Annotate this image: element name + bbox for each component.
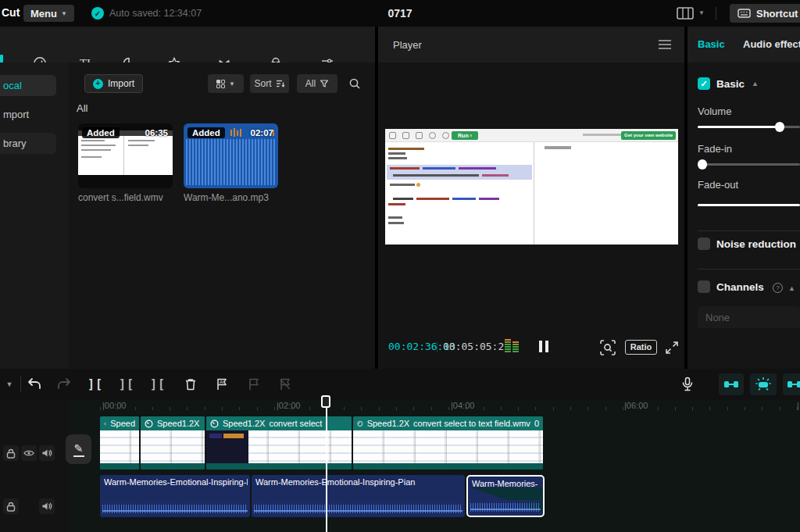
video-clip[interactable]: Speed1.2X [141,416,205,470]
fade-in-slider[interactable] [698,163,800,166]
toolbar-chevron-icon[interactable]: ▼ [0,375,19,394]
total-duration: 00:05:05:29 [443,341,510,352]
tab-audio-effect[interactable]: Audio effect [743,38,800,50]
speed-icon [145,420,153,428]
shortcut-button[interactable]: Shortcut [730,4,800,23]
audio-clip[interactable]: Warm-Memories-Emotional-Inspiring-Pian [100,475,250,517]
sidebar-item-import[interactable]: mport [0,104,56,125]
speed-icon [104,420,106,428]
volume-slider[interactable] [698,126,800,128]
noise-reduction-checkbox[interactable] [698,237,710,250]
volume-label: Volume [698,105,731,117]
ruler-label: |04:00 [451,401,474,410]
pencil-icon: ✎ [74,442,84,455]
sidebar-item-local[interactable]: ocal [0,75,56,96]
playhead-line[interactable] [326,396,327,532]
audio-waveform [186,139,276,185]
duration-label: 02:07 [251,128,273,137]
collapse-arrow-icon[interactable]: ▲ [788,284,795,292]
audio-level-meter [505,339,519,353]
ruler-label: |02:00 [277,401,300,410]
topbar-divider [716,7,716,20]
video-preview[interactable]: Run › Get your own website [385,129,678,245]
layout-chevron-icon[interactable]: ▼ [698,9,705,16]
channels-select[interactable]: None [698,306,800,328]
added-badge: Added [188,127,225,138]
ratio-button[interactable]: Ratio [625,340,657,355]
video-track-lock-icon[interactable] [3,445,19,461]
preview-run-button: Run › [452,131,478,140]
preview-cta-button: Get your own website [621,131,676,140]
asset-tab-strip: ia Audio TI Text Stickers Effects ⋈ Tran… [0,27,375,62]
pause-button[interactable] [539,341,548,352]
preview-zoom-icon[interactable] [598,338,617,357]
layout-panels-icon[interactable] [677,7,694,20]
split-right-button[interactable]: ][ [148,375,167,394]
basic-checkbox[interactable]: ✓ [698,77,710,90]
sidebar-item-library[interactable]: brary [0,133,56,154]
timeline-ruler[interactable] [100,407,800,410]
media-section-label: All [77,102,88,114]
keyboard-icon [738,9,751,18]
ruler-label: |00:00 [102,401,126,410]
speed-icon [357,420,363,428]
media-item-audio[interactable]: Added 02:07 [184,123,278,188]
svg-text:AI: AI [220,380,224,384]
playhead-handle[interactable] [321,395,330,408]
undo-button[interactable] [25,375,44,394]
info-icon[interactable]: ? [773,283,783,293]
video-track-visibility-icon[interactable] [21,445,37,461]
media-item-name: Warm-Me...ano.mp3 [184,192,278,203]
funnel-icon [320,79,329,88]
edit-cover-button[interactable]: ✎ [66,434,91,464]
view-mode-button[interactable]: ▼ [208,74,244,93]
media-item-name: convert s...field.wmv [78,192,173,203]
video-clip[interactable]: Speed1.2Xconvert select [206,416,352,470]
flag-button[interactable] [245,375,263,394]
timecode-divider [437,342,438,352]
link-clips-button[interactable] [719,373,744,395]
import-button[interactable]: + Import [84,74,143,93]
added-badge: Added [82,127,120,138]
search-button[interactable] [344,74,366,93]
fullscreen-icon[interactable] [662,338,681,357]
filter-button[interactable]: All [297,74,338,93]
attach-button[interactable] [783,373,800,395]
plus-icon: + [93,79,103,89]
search-icon [348,77,361,90]
channels-label: Channels [716,281,764,293]
media-item-video[interactable]: Added 06:35 [78,123,173,188]
collapse-arrow-icon[interactable]: ▲ [752,80,759,87]
video-clip[interactable]: Speed [100,416,139,470]
video-clip[interactable]: Speed1.2Xconvert select to text field.wm… [353,416,543,470]
flag-ai-button[interactable]: AI [212,375,231,394]
split-left-button[interactable]: ][ [117,375,136,394]
duration-label: 06:35 [145,128,168,137]
sort-button[interactable]: Sort [250,74,289,93]
magnet-snap-button[interactable] [750,373,777,395]
redo-button[interactable] [55,375,73,394]
fade-out-slider[interactable] [698,204,800,206]
audio-clip-selected[interactable]: Warm-Memories- [466,475,545,517]
noise-reduction-label: Noise reduction [716,238,796,250]
channels-checkbox[interactable] [698,280,710,293]
player-header [378,27,684,62]
ruler-label: |06:00 [624,401,648,410]
ruler-label: | [797,401,799,410]
audio-track-mute-icon[interactable] [39,498,55,514]
volume-slider-handle[interactable] [775,122,784,132]
fade-in-slider-handle[interactable] [698,159,707,170]
audio-track-lock-icon[interactable] [3,498,19,514]
player-menu-icon[interactable] [659,40,671,52]
fade-in-label: Fade-in [698,143,732,155]
video-track-mute-icon[interactable] [39,445,55,461]
tab-basic[interactable]: Basic [698,38,725,50]
microphone-button[interactable] [678,375,697,394]
delete-button[interactable] [181,375,200,394]
flag-crossed-button[interactable] [276,375,295,394]
toolbar-divider [20,377,21,391]
split-button[interactable]: ][ [86,375,105,394]
audio-clip[interactable]: Warm-Memories-Emotional-Inspiring-Pian [252,475,465,517]
preview-editor-toolbar: Run › Get your own website [385,129,678,142]
player-title: Player [393,39,422,51]
